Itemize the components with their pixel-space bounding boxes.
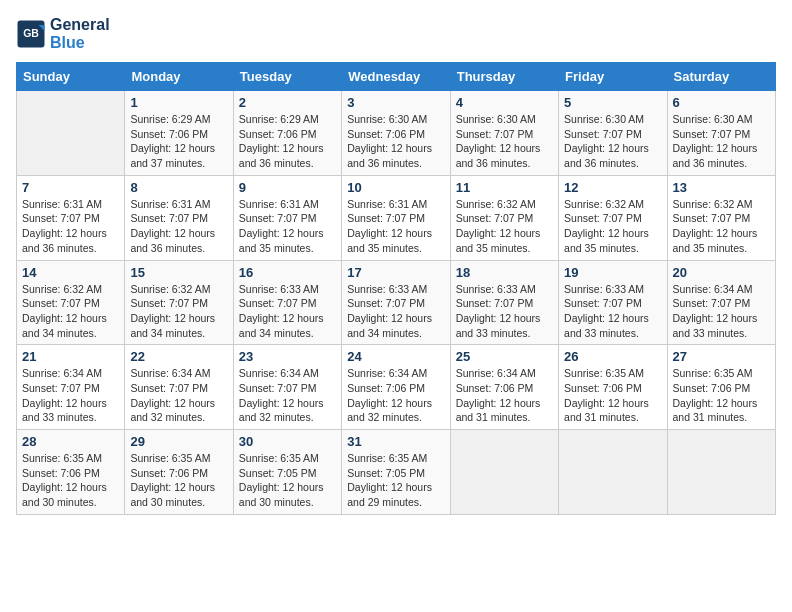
calendar-cell: 28Sunrise: 6:35 AM Sunset: 7:06 PM Dayli… bbox=[17, 430, 125, 515]
calendar-cell bbox=[559, 430, 667, 515]
day-number: 14 bbox=[22, 265, 119, 280]
day-info: Sunrise: 6:35 AM Sunset: 7:06 PM Dayligh… bbox=[22, 451, 119, 510]
weekday-header-row: SundayMondayTuesdayWednesdayThursdayFrid… bbox=[17, 63, 776, 91]
day-info: Sunrise: 6:34 AM Sunset: 7:06 PM Dayligh… bbox=[456, 366, 553, 425]
logo: GB General Blue bbox=[16, 16, 110, 52]
calendar-cell: 21Sunrise: 6:34 AM Sunset: 7:07 PM Dayli… bbox=[17, 345, 125, 430]
calendar-cell: 6Sunrise: 6:30 AM Sunset: 7:07 PM Daylig… bbox=[667, 91, 775, 176]
calendar-week-row: 1Sunrise: 6:29 AM Sunset: 7:06 PM Daylig… bbox=[17, 91, 776, 176]
weekday-header: Wednesday bbox=[342, 63, 450, 91]
calendar-cell: 24Sunrise: 6:34 AM Sunset: 7:06 PM Dayli… bbox=[342, 345, 450, 430]
day-number: 22 bbox=[130, 349, 227, 364]
day-info: Sunrise: 6:35 AM Sunset: 7:05 PM Dayligh… bbox=[239, 451, 336, 510]
day-number: 20 bbox=[673, 265, 770, 280]
day-number: 29 bbox=[130, 434, 227, 449]
logo-line2: Blue bbox=[50, 34, 110, 52]
weekday-header: Sunday bbox=[17, 63, 125, 91]
calendar-cell: 29Sunrise: 6:35 AM Sunset: 7:06 PM Dayli… bbox=[125, 430, 233, 515]
day-info: Sunrise: 6:34 AM Sunset: 7:07 PM Dayligh… bbox=[22, 366, 119, 425]
day-info: Sunrise: 6:29 AM Sunset: 7:06 PM Dayligh… bbox=[130, 112, 227, 171]
day-number: 31 bbox=[347, 434, 444, 449]
calendar-cell: 2Sunrise: 6:29 AM Sunset: 7:06 PM Daylig… bbox=[233, 91, 341, 176]
day-number: 8 bbox=[130, 180, 227, 195]
day-info: Sunrise: 6:35 AM Sunset: 7:06 PM Dayligh… bbox=[130, 451, 227, 510]
calendar-cell: 13Sunrise: 6:32 AM Sunset: 7:07 PM Dayli… bbox=[667, 175, 775, 260]
day-info: Sunrise: 6:35 AM Sunset: 7:06 PM Dayligh… bbox=[564, 366, 661, 425]
calendar-cell: 18Sunrise: 6:33 AM Sunset: 7:07 PM Dayli… bbox=[450, 260, 558, 345]
calendar-cell: 27Sunrise: 6:35 AM Sunset: 7:06 PM Dayli… bbox=[667, 345, 775, 430]
calendar-cell: 4Sunrise: 6:30 AM Sunset: 7:07 PM Daylig… bbox=[450, 91, 558, 176]
weekday-header: Monday bbox=[125, 63, 233, 91]
calendar-cell: 23Sunrise: 6:34 AM Sunset: 7:07 PM Dayli… bbox=[233, 345, 341, 430]
day-info: Sunrise: 6:35 AM Sunset: 7:06 PM Dayligh… bbox=[673, 366, 770, 425]
day-number: 27 bbox=[673, 349, 770, 364]
calendar-cell: 30Sunrise: 6:35 AM Sunset: 7:05 PM Dayli… bbox=[233, 430, 341, 515]
calendar-cell: 3Sunrise: 6:30 AM Sunset: 7:06 PM Daylig… bbox=[342, 91, 450, 176]
day-info: Sunrise: 6:34 AM Sunset: 7:06 PM Dayligh… bbox=[347, 366, 444, 425]
day-number: 28 bbox=[22, 434, 119, 449]
day-info: Sunrise: 6:34 AM Sunset: 7:07 PM Dayligh… bbox=[239, 366, 336, 425]
day-number: 3 bbox=[347, 95, 444, 110]
day-info: Sunrise: 6:29 AM Sunset: 7:06 PM Dayligh… bbox=[239, 112, 336, 171]
calendar-cell: 11Sunrise: 6:32 AM Sunset: 7:07 PM Dayli… bbox=[450, 175, 558, 260]
day-info: Sunrise: 6:32 AM Sunset: 7:07 PM Dayligh… bbox=[564, 197, 661, 256]
weekday-header: Tuesday bbox=[233, 63, 341, 91]
day-info: Sunrise: 6:32 AM Sunset: 7:07 PM Dayligh… bbox=[456, 197, 553, 256]
calendar-week-row: 28Sunrise: 6:35 AM Sunset: 7:06 PM Dayli… bbox=[17, 430, 776, 515]
page-header: GB General Blue bbox=[16, 16, 776, 52]
day-number: 25 bbox=[456, 349, 553, 364]
day-info: Sunrise: 6:33 AM Sunset: 7:07 PM Dayligh… bbox=[347, 282, 444, 341]
calendar-cell: 26Sunrise: 6:35 AM Sunset: 7:06 PM Dayli… bbox=[559, 345, 667, 430]
day-number: 24 bbox=[347, 349, 444, 364]
day-number: 19 bbox=[564, 265, 661, 280]
calendar-cell: 9Sunrise: 6:31 AM Sunset: 7:07 PM Daylig… bbox=[233, 175, 341, 260]
weekday-header: Thursday bbox=[450, 63, 558, 91]
day-info: Sunrise: 6:31 AM Sunset: 7:07 PM Dayligh… bbox=[22, 197, 119, 256]
day-info: Sunrise: 6:31 AM Sunset: 7:07 PM Dayligh… bbox=[239, 197, 336, 256]
day-info: Sunrise: 6:30 AM Sunset: 7:07 PM Dayligh… bbox=[564, 112, 661, 171]
day-info: Sunrise: 6:31 AM Sunset: 7:07 PM Dayligh… bbox=[347, 197, 444, 256]
calendar-cell: 8Sunrise: 6:31 AM Sunset: 7:07 PM Daylig… bbox=[125, 175, 233, 260]
day-number: 15 bbox=[130, 265, 227, 280]
calendar-cell bbox=[17, 91, 125, 176]
weekday-header: Friday bbox=[559, 63, 667, 91]
day-info: Sunrise: 6:33 AM Sunset: 7:07 PM Dayligh… bbox=[456, 282, 553, 341]
weekday-header: Saturday bbox=[667, 63, 775, 91]
day-info: Sunrise: 6:32 AM Sunset: 7:07 PM Dayligh… bbox=[673, 197, 770, 256]
day-info: Sunrise: 6:32 AM Sunset: 7:07 PM Dayligh… bbox=[22, 282, 119, 341]
svg-text:GB: GB bbox=[23, 27, 39, 39]
day-number: 21 bbox=[22, 349, 119, 364]
calendar-cell: 12Sunrise: 6:32 AM Sunset: 7:07 PM Dayli… bbox=[559, 175, 667, 260]
calendar-cell bbox=[667, 430, 775, 515]
calendar-cell: 15Sunrise: 6:32 AM Sunset: 7:07 PM Dayli… bbox=[125, 260, 233, 345]
day-info: Sunrise: 6:30 AM Sunset: 7:07 PM Dayligh… bbox=[456, 112, 553, 171]
calendar-cell: 1Sunrise: 6:29 AM Sunset: 7:06 PM Daylig… bbox=[125, 91, 233, 176]
calendar-cell bbox=[450, 430, 558, 515]
calendar-cell: 19Sunrise: 6:33 AM Sunset: 7:07 PM Dayli… bbox=[559, 260, 667, 345]
day-number: 11 bbox=[456, 180, 553, 195]
day-number: 7 bbox=[22, 180, 119, 195]
day-info: Sunrise: 6:31 AM Sunset: 7:07 PM Dayligh… bbox=[130, 197, 227, 256]
day-number: 2 bbox=[239, 95, 336, 110]
day-number: 30 bbox=[239, 434, 336, 449]
day-number: 17 bbox=[347, 265, 444, 280]
calendar-cell: 16Sunrise: 6:33 AM Sunset: 7:07 PM Dayli… bbox=[233, 260, 341, 345]
day-info: Sunrise: 6:30 AM Sunset: 7:07 PM Dayligh… bbox=[673, 112, 770, 171]
calendar-cell: 20Sunrise: 6:34 AM Sunset: 7:07 PM Dayli… bbox=[667, 260, 775, 345]
day-info: Sunrise: 6:33 AM Sunset: 7:07 PM Dayligh… bbox=[564, 282, 661, 341]
calendar-cell: 7Sunrise: 6:31 AM Sunset: 7:07 PM Daylig… bbox=[17, 175, 125, 260]
day-info: Sunrise: 6:35 AM Sunset: 7:05 PM Dayligh… bbox=[347, 451, 444, 510]
day-number: 10 bbox=[347, 180, 444, 195]
calendar-cell: 22Sunrise: 6:34 AM Sunset: 7:07 PM Dayli… bbox=[125, 345, 233, 430]
day-number: 9 bbox=[239, 180, 336, 195]
day-info: Sunrise: 6:32 AM Sunset: 7:07 PM Dayligh… bbox=[130, 282, 227, 341]
calendar-cell: 5Sunrise: 6:30 AM Sunset: 7:07 PM Daylig… bbox=[559, 91, 667, 176]
day-number: 23 bbox=[239, 349, 336, 364]
day-number: 13 bbox=[673, 180, 770, 195]
day-info: Sunrise: 6:34 AM Sunset: 7:07 PM Dayligh… bbox=[673, 282, 770, 341]
day-info: Sunrise: 6:30 AM Sunset: 7:06 PM Dayligh… bbox=[347, 112, 444, 171]
calendar-week-row: 7Sunrise: 6:31 AM Sunset: 7:07 PM Daylig… bbox=[17, 175, 776, 260]
calendar-week-row: 21Sunrise: 6:34 AM Sunset: 7:07 PM Dayli… bbox=[17, 345, 776, 430]
day-info: Sunrise: 6:33 AM Sunset: 7:07 PM Dayligh… bbox=[239, 282, 336, 341]
day-number: 26 bbox=[564, 349, 661, 364]
